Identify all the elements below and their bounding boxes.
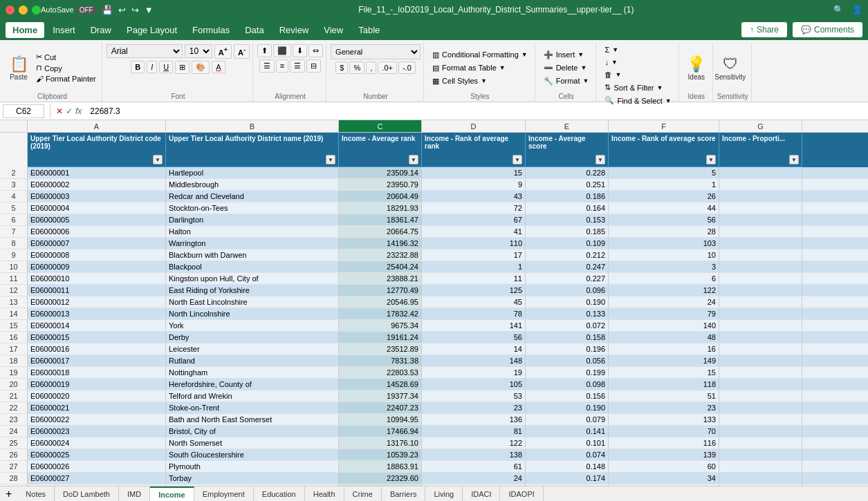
cell-A12[interactable]: E06000011 — [28, 285, 166, 296]
cell-B12[interactable]: East Riding of Yorkshire — [166, 285, 339, 296]
menu-item-page-layout[interactable]: Page Layout — [120, 22, 184, 38]
cell-C18[interactable]: 7831.38 — [339, 355, 422, 366]
cell-E9[interactable]: 0.212 — [526, 249, 609, 261]
align-bottom-button[interactable]: ⬇ — [293, 44, 307, 57]
cell-A15[interactable]: E06000014 — [28, 320, 166, 331]
user-icon[interactable]: 👤 — [852, 5, 862, 15]
delete-cells-button[interactable]: ➖ Delete ▼ — [539, 62, 593, 74]
menu-item-home[interactable]: Home — [6, 22, 44, 38]
confirm-formula-button[interactable]: ✓ — [66, 106, 73, 116]
cell-C11[interactable]: 23888.21 — [339, 273, 422, 284]
cell-C3[interactable]: 23950.79 — [339, 179, 422, 190]
cell-E27[interactable]: 0.148 — [526, 461, 609, 472]
cell-C22[interactable]: 22407.23 — [339, 402, 422, 413]
cell-E10[interactable]: 0.247 — [526, 261, 609, 272]
cell-E26[interactable]: 0.074 — [526, 449, 609, 460]
align-left-button[interactable]: ☰ — [259, 59, 275, 73]
cell-F21[interactable]: 51 — [609, 390, 719, 401]
sheet-tab-education[interactable]: Education — [254, 486, 305, 502]
col-header-D[interactable]: D — [422, 120, 526, 132]
cell-D16[interactable]: 56 — [422, 332, 526, 343]
cell-A10[interactable]: E06000009 — [28, 261, 166, 272]
percent-button[interactable]: % — [349, 62, 364, 74]
italic-button[interactable]: I — [147, 61, 157, 73]
cell-A2[interactable]: E06000001 — [28, 167, 166, 178]
cell-G16[interactable] — [719, 332, 802, 343]
cell-G5[interactable] — [719, 202, 802, 214]
cell-G3[interactable] — [719, 179, 802, 190]
cell-F13[interactable]: 24 — [609, 296, 719, 308]
col-header-B[interactable]: B — [166, 120, 339, 132]
search-icon[interactable]: 🔍 — [833, 5, 844, 15]
cell-A19[interactable]: E06000018 — [28, 367, 166, 378]
cell-A14[interactable]: E06000013 — [28, 308, 166, 319]
cancel-formula-button[interactable]: ✕ — [56, 106, 63, 116]
comma-button[interactable]: , — [366, 62, 376, 74]
cell-B14[interactable]: North Lincolnshire — [166, 308, 339, 319]
menu-item-insert[interactable]: Insert — [46, 22, 82, 38]
formula-input[interactable] — [87, 104, 865, 118]
sheet-tab-dod-lambeth[interactable]: DoD Lambeth — [55, 486, 119, 502]
cell-D24[interactable]: 81 — [422, 426, 526, 437]
cell-B8[interactable]: Warrington — [166, 238, 339, 249]
sum-button[interactable]: Σ ▼ — [600, 44, 675, 55]
cell-E3[interactable]: 0.251 — [526, 179, 609, 190]
cell-G9[interactable] — [719, 249, 802, 261]
cell-E15[interactable]: 0.072 — [526, 320, 609, 331]
cell-B25[interactable]: North Somerset — [166, 437, 339, 448]
cell-D25[interactable]: 122 — [422, 437, 526, 448]
cell-F22[interactable]: 23 — [609, 402, 719, 413]
cell-G20[interactable] — [719, 379, 802, 390]
cell-C15[interactable]: 9675.34 — [339, 320, 422, 331]
clear-button[interactable]: 🗑 ▼ — [600, 69, 675, 80]
cell-B16[interactable]: Derby — [166, 332, 339, 343]
cell-D26[interactable]: 138 — [422, 449, 526, 460]
fill-button[interactable]: ↓ ▼ — [600, 57, 675, 68]
number-format-select[interactable]: General — [331, 44, 421, 59]
cell-F18[interactable]: 149 — [609, 355, 719, 366]
cell-D4[interactable]: 43 — [422, 191, 526, 202]
cell-B28[interactable]: Torbay — [166, 473, 339, 484]
decrease-font-button[interactable]: A- — [234, 44, 250, 59]
sheet-tab-idaopi[interactable]: IDAOPI — [500, 486, 543, 502]
cell-F16[interactable]: 48 — [609, 332, 719, 343]
cell-C19[interactable]: 22803.53 — [339, 367, 422, 378]
bold-button[interactable]: B — [131, 61, 145, 73]
merge-button[interactable]: ⊟ — [306, 59, 321, 73]
cell-F24[interactable]: 70 — [609, 426, 719, 437]
cell-B3[interactable]: Middlesbrough — [166, 179, 339, 190]
cell-B23[interactable]: Bath and North East Somerset — [166, 414, 339, 425]
cell-G29[interactable] — [719, 484, 802, 486]
cell-G19[interactable] — [719, 367, 802, 378]
cell-A27[interactable]: E06000026 — [28, 461, 166, 472]
cell-G22[interactable] — [719, 402, 802, 413]
cell-C21[interactable]: 19377.34 — [339, 390, 422, 401]
col-G-filter[interactable]: ▼ — [789, 155, 799, 164]
cell-E17[interactable]: 0.196 — [526, 343, 609, 355]
conditional-formatting-button[interactable]: ▥ Conditional Formatting ▼ — [428, 49, 532, 61]
insert-cells-button[interactable]: ➕ Insert ▼ — [539, 49, 593, 61]
cell-D23[interactable]: 136 — [422, 414, 526, 425]
cell-E24[interactable]: 0.141 — [526, 426, 609, 437]
cell-E20[interactable]: 0.098 — [526, 379, 609, 390]
cell-E19[interactable]: 0.199 — [526, 367, 609, 378]
col-B-filter[interactable]: ▼ — [326, 155, 335, 164]
cell-A6[interactable]: E06000005 — [28, 214, 166, 225]
wrap-text-button[interactable]: ⇔ — [308, 44, 323, 57]
col-header-C[interactable]: C — [339, 120, 422, 132]
align-right-button[interactable]: ☰ — [290, 59, 305, 73]
align-middle-button[interactable]: ⬛ — [273, 44, 291, 57]
cell-C2[interactable]: 23509.14 — [339, 167, 422, 178]
align-top-button[interactable]: ⬆ — [257, 44, 272, 57]
menu-item-table[interactable]: Table — [351, 22, 387, 38]
cell-B5[interactable]: Stockton-on-Tees — [166, 202, 339, 214]
col-header-A[interactable]: A — [28, 120, 166, 132]
cell-G15[interactable] — [719, 320, 802, 331]
cell-D3[interactable]: 9 — [422, 179, 526, 190]
cell-F26[interactable]: 139 — [609, 449, 719, 460]
cell-B4[interactable]: Redcar and Cleveland — [166, 191, 339, 202]
cell-E21[interactable]: 0.156 — [526, 390, 609, 401]
cell-F23[interactable]: 133 — [609, 414, 719, 425]
ideas-button[interactable]: 💡 Ideas — [683, 47, 710, 88]
cell-F9[interactable]: 10 — [609, 249, 719, 261]
